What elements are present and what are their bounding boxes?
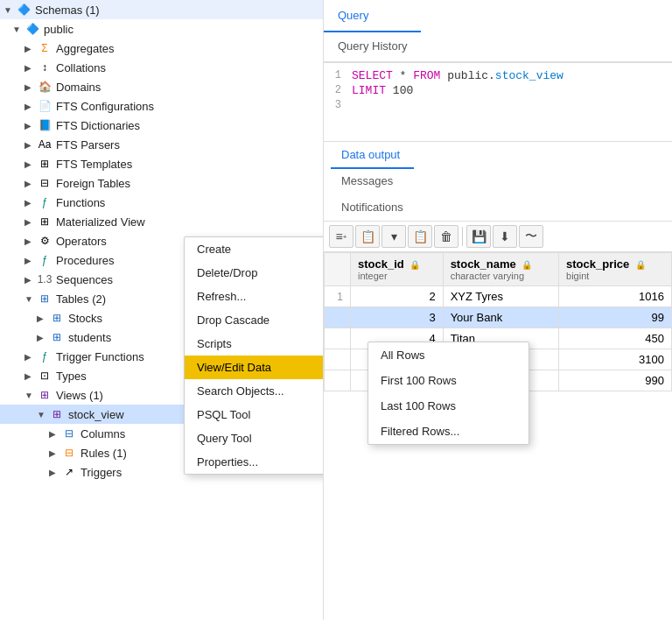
sidebar-item-label: Rules (1) [80, 447, 127, 460]
context-menu-item-scripts[interactable]: Scripts▶ [185, 332, 324, 356]
sidebar-item-collations[interactable]: ▶ ↕ Collations [0, 58, 323, 77]
context-menu-label: Refresh... [197, 290, 246, 303]
submenu-item-first-100[interactable]: First 100 Rows [368, 368, 528, 393]
arrow-icon: ▼ [12, 25, 24, 34]
context-menu-item-delete-drop[interactable]: Delete/Drop [185, 261, 324, 285]
arrow-icon: ▶ [24, 140, 37, 150]
item-icon: ⊟ [61, 446, 77, 460]
arrow-icon: ▶ [24, 275, 37, 285]
sidebar-item-label: stock_view [68, 408, 124, 421]
output-tab-notifications[interactable]: Notifications [331, 194, 414, 222]
code-line-2: LIMIT 100 [352, 84, 413, 97]
submenu-label: First 100 Rows [381, 374, 457, 387]
item-icon: 🏠 [37, 80, 52, 94]
context-menu-label: Delete/Drop [197, 266, 257, 279]
arrow-icon: ▶ [24, 198, 37, 208]
arrow-icon: ▼ [37, 410, 49, 419]
code-editor[interactable]: 1 SELECT * FROM public.stock_view 2 LIMI… [324, 63, 672, 142]
item-icon: ⊞ [37, 157, 52, 171]
sidebar-item-public[interactable]: ▼ 🔷 public [0, 19, 323, 39]
context-menu-label: Drop Cascade [197, 314, 270, 327]
sidebar-item-label: FTS Templates [56, 158, 132, 171]
sidebar-item-label: Trigger Functions [56, 350, 144, 363]
cell-stock-id: 2 [351, 286, 444, 307]
arrow-icon: ▶ [24, 371, 37, 381]
context-menu-label: Query Tool [197, 432, 252, 445]
item-icon: ƒ [37, 349, 52, 363]
sidebar-item-fts-parsers[interactable]: ▶ Aa FTS Parsers [0, 135, 323, 154]
sidebar-item-label: Collations [56, 61, 106, 74]
toolbar-separator [462, 227, 463, 246]
col-type-stock-name: character varying [451, 271, 551, 281]
item-icon: ƒ [37, 195, 52, 209]
col-header-stock-id[interactable]: stock_id 🔒 integer [351, 253, 444, 286]
delete-button[interactable]: 🗑 [434, 225, 458, 248]
col-header-rownum [325, 253, 351, 286]
submenu-item-filtered-rows[interactable]: Filtered Rows... [368, 419, 528, 444]
item-icon: ⊡ [37, 369, 52, 383]
line-num-3: 3 [324, 99, 352, 112]
sidebar-item-label: Domains [56, 81, 101, 94]
sidebar-item-functions[interactable]: ▶ ƒ Functions [0, 193, 323, 212]
sidebar-item-aggregates[interactable]: ▶ Σ Aggregates [0, 39, 323, 58]
sidebar-item-fts-config[interactable]: ▶ 📄 FTS Configurations [0, 96, 323, 116]
output-tab-messages[interactable]: Messages [331, 168, 414, 195]
col-name-stock-name: stock_name [451, 257, 516, 271]
sidebar-item-label: Schemas (1) [35, 4, 100, 17]
arrow-icon: ▶ [24, 236, 37, 246]
col-header-stock-price[interactable]: stock_price 🔒 bigint [559, 253, 672, 286]
sidebar-item-label: Columns [80, 427, 125, 440]
context-menu-item-search-objects[interactable]: Search Objects... [185, 379, 324, 403]
context-menu-item-view-edit-data[interactable]: View/Edit Data▶ [185, 356, 324, 379]
add-row-button[interactable]: ≡+ [329, 225, 354, 248]
submenu-label: Last 100 Rows [381, 399, 456, 412]
submenu-item-last-100[interactable]: Last 100 Rows [368, 393, 528, 419]
submenu-item-all-rows[interactable]: All Rows [368, 342, 528, 368]
context-menu-item-refresh[interactable]: Refresh... [185, 285, 324, 308]
sidebar-item-label: public [44, 23, 74, 36]
table-row[interactable]: 3 Your Bank 99 [325, 307, 672, 328]
item-icon: ↗ [61, 465, 77, 479]
context-menu-item-psql-tool[interactable]: PSQL Tool [185, 403, 324, 426]
tab-query[interactable]: Query [324, 0, 421, 32]
sidebar-item-label: Sequences [56, 273, 113, 286]
sidebar-item-label: Tables (2) [56, 292, 106, 306]
lock-icon-stock-price: 🔒 [635, 260, 646, 270]
context-menu-item-create[interactable]: Create▶ [185, 237, 324, 261]
lock-icon-stock-name: 🔒 [522, 260, 532, 270]
table-row[interactable]: 1 2 XYZ Tyres 1016 [325, 286, 672, 307]
context-menu-item-drop-cascade[interactable]: Drop Cascade [185, 308, 324, 332]
paste-button[interactable]: 📋 [408, 225, 432, 248]
row-num-cell: 1 [325, 286, 351, 307]
sidebar-item-fts-templates[interactable]: ▶ ⊞ FTS Templates [0, 154, 323, 173]
copy-button[interactable]: 📋 [355, 225, 380, 248]
sidebar-item-foreign-tables[interactable]: ▶ ⊟ Foreign Tables [0, 173, 323, 193]
arrow-icon: ▶ [24, 217, 37, 227]
save-button[interactable]: 💾 [466, 225, 491, 248]
item-icon: ⊟ [37, 176, 52, 190]
arrow-icon: ▶ [24, 352, 37, 362]
sidebar-item-fts-dict[interactable]: ▶ 📘 FTS Dictionaries [0, 116, 323, 135]
cell-stock-price: 990 [559, 370, 672, 391]
item-icon: ⊞ [37, 388, 52, 402]
sidebar-item-label: Views (1) [56, 389, 103, 402]
sidebar-item-domains[interactable]: ▶ 🏠 Domains [0, 77, 323, 96]
context-menu-item-query-tool[interactable]: Query Tool [185, 426, 324, 450]
download-button[interactable]: ⬇ [493, 225, 517, 248]
col-header-stock-name[interactable]: stock_name 🔒 character varying [443, 253, 558, 286]
sidebar-item-label: Foreign Tables [56, 177, 130, 190]
item-icon: ƒ [37, 253, 52, 267]
table-header-row: stock_id 🔒 integer stock_name 🔒 characte… [325, 253, 672, 286]
item-icon: ↕ [37, 60, 52, 74]
cell-stock-name: Your Bank [443, 307, 558, 328]
chart-button[interactable]: 〜 [519, 225, 543, 248]
sidebar-item-schemas[interactable]: ▼ 🔷 Schemas (1) [0, 0, 323, 19]
copy-dropdown-button[interactable]: ▾ [382, 225, 406, 248]
arrow-icon: ▼ [4, 5, 16, 15]
context-menu-item-properties[interactable]: Properties... [185, 450, 324, 474]
sidebar-item-label: Functions [56, 196, 105, 209]
output-tab-data-output[interactable]: Data output [331, 142, 414, 169]
tab-query-history[interactable]: Query History [324, 31, 421, 63]
sidebar-item-mat-views[interactable]: ▶ ⊞ Materialized View [0, 212, 323, 231]
item-icon: 📄 [37, 99, 52, 113]
